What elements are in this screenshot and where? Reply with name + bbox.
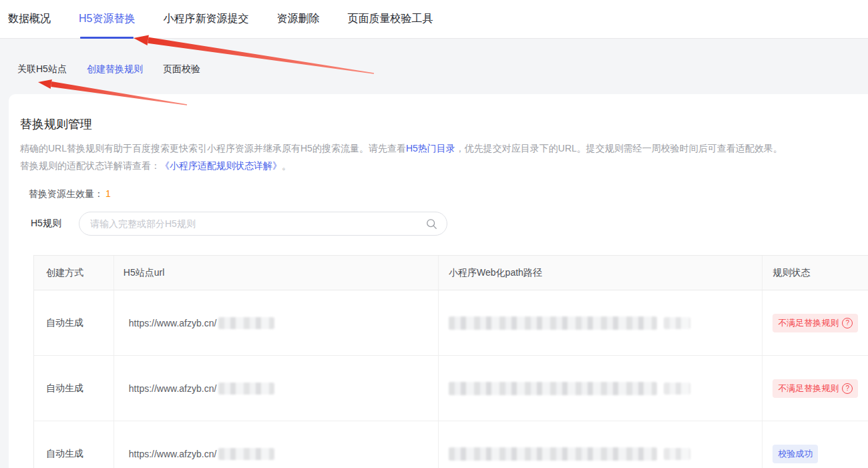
subnav-item-create-replace-rule[interactable]: 创建替换规则 [87, 63, 143, 75]
tab-miniapp-new-resource-submit[interactable]: 小程序新资源提交 [163, 0, 248, 38]
table-header: 创建方式 H5站点url 小程序Web化path路径 规则状态 [34, 256, 868, 290]
h5-rule-search-input[interactable] [79, 212, 447, 236]
redacted-url-suffix [218, 317, 274, 329]
redacted-path [449, 316, 657, 330]
cell-create-method: 自动生成 [34, 421, 114, 468]
desc-line1-tail: ，优先提交对应目录下的URL。提交规则需经一周校验时间后可查看适配效果。 [455, 143, 783, 154]
desc-line2-text: 替换规则的适配状态详解请查看： [20, 160, 160, 171]
search-icon[interactable] [426, 218, 437, 230]
redacted-path-tail [664, 317, 690, 329]
replace-rule-panel: 替换规则管理 精确的URL替换规则有助于百度搜索更快索引小程序资源并继承原有H5… [9, 94, 868, 468]
table-row: 自动生成 https://www.afzyb.cn/ 不满足替换规则 ? [34, 356, 868, 421]
redacted-path [449, 382, 657, 395]
effective-count-label: 替换资源生效量： [29, 188, 103, 199]
status-badge: 不满足替换规则 ? [773, 314, 858, 332]
cell-create-method: 自动生成 [34, 356, 114, 421]
status-text: 校验成功 [778, 448, 813, 460]
cell-rule-status: 校验成功 [763, 421, 868, 468]
help-question-icon[interactable]: ? [842, 318, 853, 328]
status-text: 不满足替换规则 [778, 383, 839, 395]
tab-page-quality-check-tool[interactable]: 页面质量校验工具 [347, 0, 433, 38]
cell-create-method: 自动生成 [34, 290, 114, 355]
redacted-path [449, 447, 657, 461]
cell-h5-site-url: https://www.afzyb.cn/ [114, 356, 439, 421]
redacted-path-tail [664, 383, 690, 395]
status-badge: 校验成功 [773, 445, 818, 463]
table-row: 自动生成 https://www.afzyb.cn/ 不满足替换规则 ? [34, 290, 868, 356]
h5-rule-search [79, 212, 447, 236]
tab-h5-resource-replace[interactable]: H5资源替换 [79, 0, 135, 38]
redacted-url-suffix [218, 448, 274, 460]
help-question-icon[interactable]: ? [842, 383, 853, 394]
tab-resource-delete[interactable]: 资源删除 [276, 0, 319, 38]
desc-line2-tail: 。 [282, 160, 291, 171]
page-title: 替换规则管理 [20, 116, 868, 132]
adapt-rule-status-link[interactable]: 《小程序适配规则状态详解》 [160, 160, 282, 171]
desc-line1-text: 精确的URL替换规则有助于百度搜索更快索引小程序资源并继承原有H5的搜索流量。请… [20, 143, 406, 154]
subnav-item-linked-h5-site[interactable]: 关联H5站点 [17, 63, 67, 75]
status-badge: 不满足替换规则 ? [773, 379, 858, 398]
cell-h5-site-url: https://www.afzyb.cn/ [114, 290, 439, 355]
status-text: 不满足替换规则 [778, 317, 839, 329]
panel-description: 精确的URL替换规则有助于百度搜索更快索引小程序资源并继承原有H5的搜索流量。请… [20, 140, 808, 174]
col-header-create-method: 创建方式 [34, 256, 114, 290]
subnav-item-page-check[interactable]: 页面校验 [163, 63, 200, 75]
cell-rule-status: 不满足替换规则 ? [763, 356, 868, 421]
redacted-url-suffix [218, 383, 274, 395]
col-header-web-path: 小程序Web化path路径 [439, 256, 763, 290]
cell-web-path [439, 421, 763, 468]
cell-web-path [439, 356, 763, 421]
effective-count-value: 1 [103, 188, 111, 199]
filter-row: H5规则 [31, 212, 868, 236]
cell-h5-site-url: https://www.afzyb.cn/ [114, 421, 439, 468]
redacted-path-tail [664, 448, 690, 460]
sub-nav: 关联H5站点 创建替换规则 页面校验 [0, 39, 868, 75]
h5-rule-label: H5规则 [31, 218, 79, 230]
tab-data-overview[interactable]: 数据概况 [8, 0, 51, 38]
h5-hot-directory-link[interactable]: H5热门目录 [406, 143, 455, 154]
url-text: https://www.afzyb.cn/ [129, 449, 217, 459]
cell-rule-status: 不满足替换规则 ? [763, 290, 868, 355]
url-text: https://www.afzyb.cn/ [129, 383, 217, 394]
table-row: 自动生成 https://www.afzyb.cn/ 校验成功 [34, 421, 868, 468]
cell-web-path [439, 290, 763, 355]
top-tab-bar: 数据概况 H5资源替换 小程序新资源提交 资源删除 页面质量校验工具 [0, 0, 868, 39]
col-header-h5-site-url: H5站点url [114, 256, 439, 290]
effective-count-line: 替换资源生效量：1 [29, 188, 868, 200]
col-header-rule-status: 规则状态 [763, 256, 868, 290]
rules-table: 创建方式 H5站点url 小程序Web化path路径 规则状态 自动生成 htt… [33, 255, 868, 468]
url-text: https://www.afzyb.cn/ [129, 318, 217, 328]
